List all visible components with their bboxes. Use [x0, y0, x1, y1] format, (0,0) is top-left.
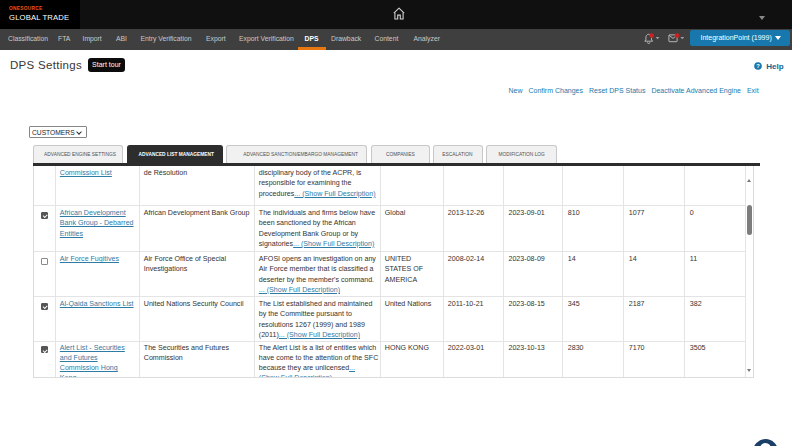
svg-text:?: ? — [756, 63, 760, 69]
